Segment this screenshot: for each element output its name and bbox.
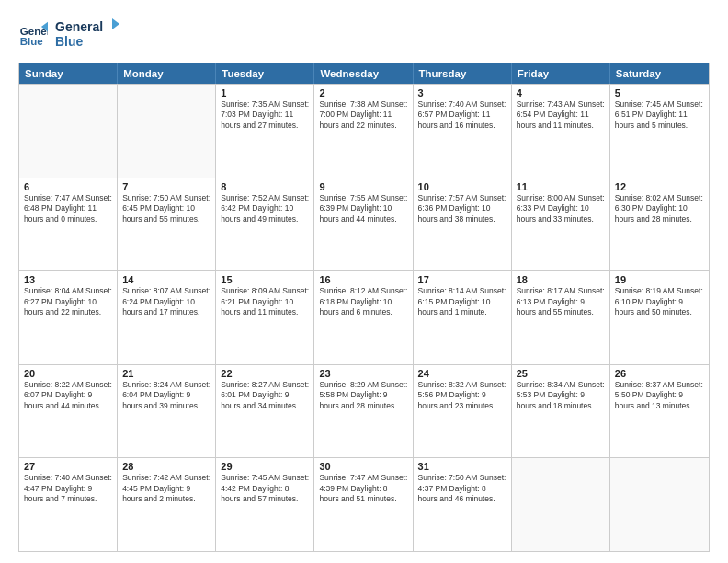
cal-cell: 13Sunrise: 8:04 AM Sunset: 6:27 PM Dayli… [19, 271, 118, 364]
cell-info: Sunrise: 7:35 AM Sunset: 7:03 PM Dayligh… [221, 99, 309, 131]
cell-info: Sunrise: 7:45 AM Sunset: 6:51 PM Dayligh… [615, 99, 704, 131]
cell-info: Sunrise: 7:52 AM Sunset: 6:42 PM Dayligh… [221, 193, 309, 224]
calendar-body: 1Sunrise: 7:35 AM Sunset: 7:03 PM Daylig… [19, 84, 709, 551]
day-number: 24 [418, 368, 506, 379]
cell-info: Sunrise: 8:24 AM Sunset: 6:04 PM Dayligh… [122, 380, 210, 411]
day-number: 31 [418, 461, 506, 472]
day-number: 22 [221, 368, 309, 379]
cal-cell: 21Sunrise: 8:24 AM Sunset: 6:04 PM Dayli… [118, 365, 216, 458]
day-number: 1 [221, 87, 309, 98]
day-number: 23 [319, 368, 407, 379]
cell-info: Sunrise: 8:12 AM Sunset: 6:18 PM Dayligh… [319, 286, 407, 317]
cal-cell: 26Sunrise: 8:37 AM Sunset: 5:50 PM Dayli… [610, 365, 709, 458]
cell-info: Sunrise: 8:00 AM Sunset: 6:33 PM Dayligh… [517, 193, 605, 224]
day-number: 16 [319, 274, 407, 285]
cal-week-4: 20Sunrise: 8:22 AM Sunset: 6:07 PM Dayli… [19, 364, 709, 458]
cal-cell: 31Sunrise: 7:50 AM Sunset: 4:37 PM Dayli… [414, 458, 512, 551]
cell-info: Sunrise: 7:42 AM Sunset: 4:45 PM Dayligh… [122, 473, 210, 504]
cal-cell: 24Sunrise: 8:32 AM Sunset: 5:56 PM Dayli… [414, 365, 512, 458]
cell-info: Sunrise: 8:19 AM Sunset: 6:10 PM Dayligh… [615, 286, 704, 317]
cell-info: Sunrise: 8:14 AM Sunset: 6:15 PM Dayligh… [418, 286, 506, 317]
svg-text:Blue: Blue [20, 36, 44, 47]
cal-cell [610, 458, 709, 551]
cal-cell: 5Sunrise: 7:45 AM Sunset: 6:51 PM Daylig… [610, 85, 709, 178]
cal-cell: 20Sunrise: 8:22 AM Sunset: 6:07 PM Dayli… [19, 365, 118, 458]
cal-header-friday: Friday [512, 63, 610, 84]
cal-cell: 23Sunrise: 8:29 AM Sunset: 5:58 PM Dayli… [314, 365, 413, 458]
cell-info: Sunrise: 8:04 AM Sunset: 6:27 PM Dayligh… [24, 286, 112, 317]
cell-info: Sunrise: 8:07 AM Sunset: 6:24 PM Dayligh… [122, 286, 210, 317]
cal-cell [118, 85, 216, 178]
cal-cell [512, 458, 610, 551]
cal-cell: 11Sunrise: 8:00 AM Sunset: 6:33 PM Dayli… [512, 178, 610, 271]
cal-week-2: 6Sunrise: 7:47 AM Sunset: 6:48 PM Daylig… [19, 178, 709, 271]
cell-info: Sunrise: 8:09 AM Sunset: 6:21 PM Dayligh… [221, 286, 309, 317]
cal-cell: 14Sunrise: 8:07 AM Sunset: 6:24 PM Dayli… [118, 271, 216, 364]
cal-cell: 10Sunrise: 7:57 AM Sunset: 6:36 PM Dayli… [414, 178, 512, 271]
day-number: 28 [122, 461, 210, 472]
cal-week-5: 27Sunrise: 7:40 AM Sunset: 4:47 PM Dayli… [19, 457, 709, 551]
cal-cell: 22Sunrise: 8:27 AM Sunset: 6:01 PM Dayli… [216, 365, 314, 458]
cell-info: Sunrise: 7:45 AM Sunset: 4:42 PM Dayligh… [221, 473, 309, 504]
cell-info: Sunrise: 7:55 AM Sunset: 6:39 PM Dayligh… [319, 193, 407, 224]
cal-cell: 27Sunrise: 7:40 AM Sunset: 4:47 PM Dayli… [19, 458, 118, 551]
day-number: 4 [517, 87, 605, 98]
cal-cell: 4Sunrise: 7:43 AM Sunset: 6:54 PM Daylig… [512, 85, 610, 178]
day-number: 25 [517, 368, 605, 379]
cal-header-saturday: Saturday [610, 63, 709, 84]
cell-info: Sunrise: 8:22 AM Sunset: 6:07 PM Dayligh… [24, 380, 112, 411]
cal-cell: 7Sunrise: 7:50 AM Sunset: 6:45 PM Daylig… [118, 178, 216, 271]
cell-info: Sunrise: 7:50 AM Sunset: 6:45 PM Dayligh… [122, 193, 210, 224]
cell-info: Sunrise: 8:29 AM Sunset: 5:58 PM Dayligh… [319, 380, 407, 411]
svg-text:Blue: Blue [55, 34, 84, 49]
cal-cell: 6Sunrise: 7:47 AM Sunset: 6:48 PM Daylig… [19, 178, 118, 271]
day-number: 6 [24, 181, 112, 192]
cal-header-monday: Monday [118, 63, 216, 84]
cal-cell: 25Sunrise: 8:34 AM Sunset: 5:53 PM Dayli… [512, 365, 610, 458]
cal-cell: 16Sunrise: 8:12 AM Sunset: 6:18 PM Dayli… [314, 271, 413, 364]
cal-cell: 9Sunrise: 7:55 AM Sunset: 6:39 PM Daylig… [314, 178, 413, 271]
day-number: 27 [24, 461, 112, 472]
cell-info: Sunrise: 8:02 AM Sunset: 6:30 PM Dayligh… [615, 193, 704, 224]
cell-info: Sunrise: 7:40 AM Sunset: 4:47 PM Dayligh… [24, 473, 112, 504]
day-number: 13 [24, 274, 112, 285]
cal-header-thursday: Thursday [414, 63, 512, 84]
day-number: 10 [418, 181, 506, 192]
day-number: 11 [517, 181, 605, 192]
svg-marker-4 [112, 18, 119, 29]
day-number: 5 [615, 87, 704, 98]
day-number: 21 [122, 368, 210, 379]
cal-cell: 19Sunrise: 8:19 AM Sunset: 6:10 PM Dayli… [610, 271, 709, 364]
cell-info: Sunrise: 7:47 AM Sunset: 4:39 PM Dayligh… [319, 473, 407, 504]
cal-week-1: 1Sunrise: 7:35 AM Sunset: 7:03 PM Daylig… [19, 84, 709, 178]
logo: General Blue General Blue [18, 17, 119, 53]
logo-icon: General Blue [18, 20, 48, 50]
cal-cell: 12Sunrise: 8:02 AM Sunset: 6:30 PM Dayli… [610, 178, 709, 271]
cell-info: Sunrise: 7:43 AM Sunset: 6:54 PM Dayligh… [517, 99, 605, 131]
cell-info: Sunrise: 7:57 AM Sunset: 6:36 PM Dayligh… [418, 193, 506, 224]
day-number: 2 [319, 87, 407, 98]
page-header: General Blue General Blue [18, 17, 710, 53]
cal-header-sunday: Sunday [19, 63, 118, 84]
cal-week-3: 13Sunrise: 8:04 AM Sunset: 6:27 PM Dayli… [19, 270, 709, 364]
cal-cell: 18Sunrise: 8:17 AM Sunset: 6:13 PM Dayli… [512, 271, 610, 364]
svg-text:General: General [55, 19, 103, 34]
day-number: 20 [24, 368, 112, 379]
calendar-header: SundayMondayTuesdayWednesdayThursdayFrid… [19, 63, 709, 84]
cal-cell: 2Sunrise: 7:38 AM Sunset: 7:00 PM Daylig… [314, 85, 413, 178]
cell-info: Sunrise: 8:27 AM Sunset: 6:01 PM Dayligh… [221, 380, 309, 411]
cal-cell: 29Sunrise: 7:45 AM Sunset: 4:42 PM Dayli… [216, 458, 314, 551]
cell-info: Sunrise: 8:34 AM Sunset: 5:53 PM Dayligh… [517, 380, 605, 411]
cal-header-wednesday: Wednesday [314, 63, 413, 84]
day-number: 8 [221, 181, 309, 192]
cal-cell: 8Sunrise: 7:52 AM Sunset: 6:42 PM Daylig… [216, 178, 314, 271]
cell-info: Sunrise: 8:17 AM Sunset: 6:13 PM Dayligh… [517, 286, 605, 317]
cell-info: Sunrise: 8:37 AM Sunset: 5:50 PM Dayligh… [615, 380, 704, 411]
calendar: SundayMondayTuesdayWednesdayThursdayFrid… [18, 63, 710, 552]
day-number: 19 [615, 274, 704, 285]
day-number: 7 [122, 181, 210, 192]
day-number: 17 [418, 274, 506, 285]
cal-cell: 17Sunrise: 8:14 AM Sunset: 6:15 PM Dayli… [414, 271, 512, 364]
cal-header-tuesday: Tuesday [216, 63, 314, 84]
day-number: 9 [319, 181, 407, 192]
